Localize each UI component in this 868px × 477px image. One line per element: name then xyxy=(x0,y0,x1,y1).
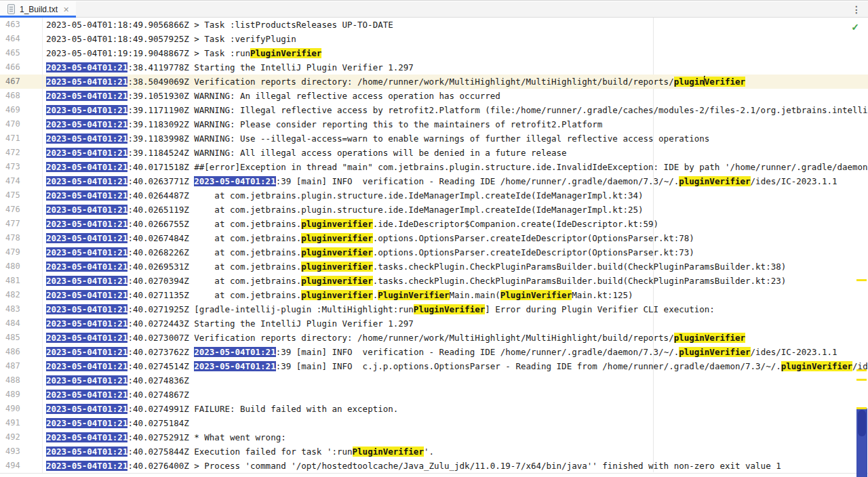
log-line[interactable]: 4932023-05-04T01:21:40.0275844Z Executio… xyxy=(0,444,868,459)
line-number[interactable]: 487 xyxy=(0,359,43,373)
selection-highlight: 2023-05-04T01:21 xyxy=(46,276,127,286)
log-line[interactable]: 4762023-05-04T01:21:40.0265119Z at com.j… xyxy=(0,203,868,217)
log-line[interactable]: 4812023-05-04T01:21:40.0270394Z at com.j… xyxy=(0,274,868,288)
selection-highlight: 2023-05-04T01:21 xyxy=(194,176,275,186)
editor-pane[interactable]: ✓ 4632023-05-04T01:18:49.9056866Z > Task… xyxy=(0,18,868,477)
log-line[interactable]: 4702023-05-04T01:21:39.1183092Z WARNING:… xyxy=(0,117,868,131)
tab-1-build-txt[interactable]: 1_Build.txt ✕ xyxy=(0,1,76,17)
log-line[interactable]: 4792023-05-04T01:21:40.0268226Z at com.j… xyxy=(0,245,868,260)
search-highlight: PluginVerifier xyxy=(414,304,485,314)
plain-text: :40.0270394Z at com.jetbrains. xyxy=(127,276,301,286)
plain-text: :40.0276400Z > Process 'command '/opt/ho… xyxy=(127,461,781,471)
scrollbar-thumb[interactable] xyxy=(858,410,866,436)
log-line[interactable]: 4802023-05-04T01:21:40.0269531Z at com.j… xyxy=(0,260,868,274)
line-number[interactable]: 486 xyxy=(0,345,43,359)
log-line-text: 2023-05-04T01:18:49.9056866Z > Task :lis… xyxy=(43,18,868,32)
scrollbar-error-stripe[interactable] xyxy=(854,18,868,477)
log-line[interactable]: 4752023-05-04T01:21:40.0264487Z at com.j… xyxy=(0,188,868,203)
log-line[interactable]: 4722023-05-04T01:21:39.1184524Z WARNING:… xyxy=(0,146,868,160)
log-line[interactable]: 4872023-05-04T01:21:40.0274514Z 2023-05-… xyxy=(0,359,868,373)
line-number[interactable]: 478 xyxy=(0,231,43,245)
search-highlight: PluginVerifier xyxy=(250,48,321,58)
selection-highlight: 2023-05-04T01:21 xyxy=(46,347,127,357)
find-occurrence-mark[interactable] xyxy=(856,407,867,409)
log-line[interactable]: 4902023-05-04T01:21:40.0274991Z FAILURE:… xyxy=(0,402,868,416)
line-number[interactable]: 468 xyxy=(0,89,43,103)
log-line-text: 2023-05-04T01:21:40.0263771Z 2023-05-04T… xyxy=(43,174,868,188)
plain-text: :40.0273007Z Verification reports direct… xyxy=(127,333,673,343)
line-number[interactable]: 477 xyxy=(0,217,43,231)
log-line[interactable]: 4942023-05-04T01:21:40.0276400Z > Proces… xyxy=(0,459,868,473)
log-line[interactable]: 4832023-05-04T01:21:40.0271925Z [gradle-… xyxy=(0,302,868,316)
line-number[interactable]: 493 xyxy=(0,444,43,459)
log-line[interactable]: 4672023-05-04T01:21:38.5049069Z Verifica… xyxy=(0,75,868,89)
line-number[interactable]: 490 xyxy=(0,402,43,416)
search-highlight: PluginVerifier xyxy=(500,290,572,300)
editor-tab-bar: 1_Build.txt ✕ ⋮ xyxy=(0,1,868,18)
log-line[interactable]: 4642023-05-04T01:18:49.9057925Z > Task :… xyxy=(0,32,868,46)
log-line[interactable]: 4842023-05-04T01:21:40.0272443Z Starting… xyxy=(0,316,868,331)
line-number[interactable]: 482 xyxy=(0,288,43,302)
line-number[interactable]: 492 xyxy=(0,430,43,444)
line-number[interactable]: 488 xyxy=(0,373,43,388)
selection-highlight: 2023-05-04T01:21 xyxy=(46,148,127,158)
line-number[interactable]: 489 xyxy=(0,388,43,402)
line-number[interactable]: 466 xyxy=(0,60,43,75)
log-line[interactable]: 4892023-05-04T01:21:40.0274867Z xyxy=(0,388,868,402)
line-number[interactable]: 474 xyxy=(0,174,43,188)
log-line[interactable]: 4632023-05-04T01:18:49.9056866Z > Task :… xyxy=(0,18,868,32)
line-number[interactable]: 473 xyxy=(0,160,43,174)
log-line-text: 2023-05-04T01:21:40.0275291Z * What went… xyxy=(43,430,868,444)
line-number[interactable]: 481 xyxy=(0,274,43,288)
tab-options-menu-icon[interactable]: ⋮ xyxy=(852,1,861,18)
plain-text: :38.5049069Z Verification reports direct… xyxy=(127,77,673,87)
plain-text: :40.0266755Z at com.jetbrains. xyxy=(127,219,301,229)
log-line[interactable]: 4852023-05-04T01:21:40.0273007Z Verifica… xyxy=(0,331,868,345)
line-number[interactable]: 463 xyxy=(0,18,43,32)
find-occurrence-mark[interactable] xyxy=(856,379,867,381)
log-line[interactable]: 4782023-05-04T01:21:40.0267484Z at com.j… xyxy=(0,231,868,245)
log-line-text: 2023-05-04T01:21:39.1183092Z WARNING: Pl… xyxy=(43,117,868,131)
find-occurrence-mark[interactable] xyxy=(856,279,867,281)
tab-close-icon[interactable]: ✕ xyxy=(63,1,69,18)
log-line[interactable]: 4822023-05-04T01:21:40.0271135Z at com.j… xyxy=(0,288,868,302)
line-number[interactable]: 494 xyxy=(0,459,43,473)
log-line[interactable]: 4772023-05-04T01:21:40.0266755Z at com.j… xyxy=(0,217,868,231)
log-line[interactable]: 4682023-05-04T01:21:39.1051930Z WARNING:… xyxy=(0,89,868,103)
line-number[interactable]: 480 xyxy=(0,260,43,274)
log-line[interactable]: 4712023-05-04T01:21:39.1183998Z WARNING:… xyxy=(0,131,868,146)
log-line[interactable]: 4922023-05-04T01:21:40.0275291Z * What w… xyxy=(0,430,868,444)
log-line[interactable]: 4662023-05-04T01:21:38.4119778Z Starting… xyxy=(0,60,868,75)
log-line[interactable]: 4862023-05-04T01:21:40.0273762Z 2023-05-… xyxy=(0,345,868,359)
plain-text: /ides/IC-2023.1.1 xyxy=(751,176,837,186)
log-line[interactable]: 4742023-05-04T01:21:40.0263771Z 2023-05-… xyxy=(0,174,868,188)
search-highlight: pluginverifier xyxy=(301,262,372,272)
line-number[interactable]: 476 xyxy=(0,203,43,217)
line-number[interactable]: 470 xyxy=(0,117,43,131)
line-number[interactable]: 479 xyxy=(0,245,43,260)
plain-text: Main.kt:125) xyxy=(572,290,633,300)
line-number[interactable]: 475 xyxy=(0,188,43,203)
selection-highlight: 2023-05-04T01:21 xyxy=(46,62,127,72)
find-occurrence-mark[interactable] xyxy=(856,369,867,371)
line-number[interactable]: 485 xyxy=(0,331,43,345)
log-line[interactable]: 4912023-05-04T01:21:40.0275184Z xyxy=(0,416,868,430)
line-number[interactable]: 472 xyxy=(0,146,43,160)
log-line[interactable]: 4652023-05-04T01:19:19.9048867Z > Task :… xyxy=(0,46,868,60)
search-highlight: pluginverifier xyxy=(301,247,372,257)
line-number[interactable]: 467 xyxy=(0,75,43,89)
log-line[interactable]: 4732023-05-04T01:21:40.0171518Z ##[error… xyxy=(0,160,868,174)
selection-highlight: 2023-05-04T01:21 xyxy=(46,333,127,343)
line-number[interactable]: 491 xyxy=(0,416,43,430)
line-number[interactable]: 484 xyxy=(0,316,43,331)
log-line[interactable]: 4692023-05-04T01:21:39.1171190Z WARNING:… xyxy=(0,103,868,117)
line-number[interactable]: 471 xyxy=(0,131,43,146)
search-highlight: pluginVerifier xyxy=(781,361,852,371)
line-number[interactable]: 483 xyxy=(0,302,43,316)
line-number[interactable]: 464 xyxy=(0,32,43,46)
log-line[interactable]: 4882023-05-04T01:21:40.0274836Z xyxy=(0,373,868,388)
line-number[interactable]: 469 xyxy=(0,103,43,117)
selection-highlight: 2023-05-04T01:21 xyxy=(46,375,127,386)
line-number[interactable]: 465 xyxy=(0,46,43,60)
inspection-ok-icon[interactable]: ✓ xyxy=(851,22,859,33)
